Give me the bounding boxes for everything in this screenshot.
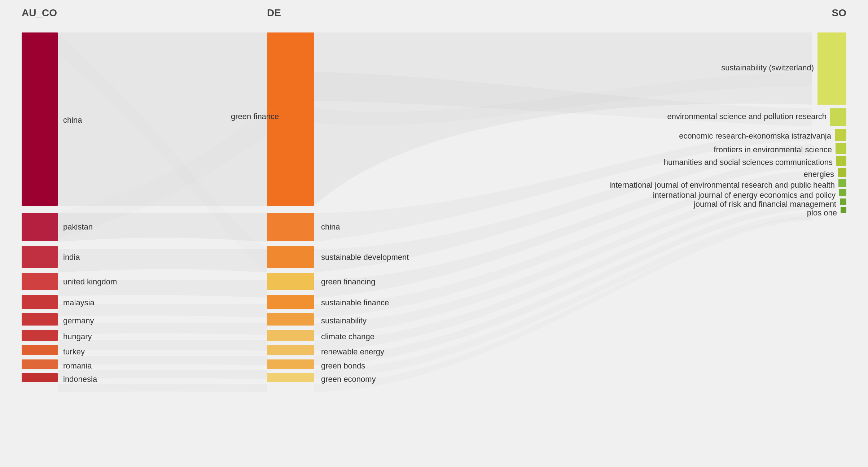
label-de-green-bonds: green bonds (321, 361, 365, 371)
label-de-sustainable-finance: sustainable finance (321, 298, 389, 307)
bar-de-sustainability (267, 313, 314, 326)
label-de-green-economy: green economy (321, 375, 376, 384)
label-de-green-finance: green finance (231, 112, 279, 121)
bar-au-indonesia (22, 373, 58, 382)
bar-au-romania (22, 359, 58, 369)
label-so-ijeep: international journal of energy economic… (653, 191, 836, 200)
bar-au-india (22, 246, 58, 268)
label-au-romania: romania (63, 361, 92, 371)
bar-de-renewable-energy (267, 345, 314, 355)
label-de-china: china (321, 222, 340, 232)
bar-so-sustainability-ch (817, 32, 846, 105)
bar-de-sustainable-finance (267, 295, 314, 309)
label-so-plos: plos one (807, 208, 837, 218)
bar-au-uk (22, 273, 58, 290)
label-au-malaysia: malaysia (63, 298, 95, 307)
label-de-sustainability: sustainability (321, 316, 367, 326)
bar-so-econ-research (835, 129, 846, 141)
label-au-hungary: hungary (63, 332, 92, 341)
label-au-china: china (63, 115, 82, 125)
header-au-co: AU_CO (22, 7, 57, 19)
bar-au-turkey (22, 345, 58, 355)
label-de-climate-change: climate change (321, 332, 374, 341)
bar-de-climate-change (267, 330, 314, 341)
bar-au-hungary (22, 330, 58, 341)
bar-de-china (267, 213, 314, 241)
label-au-indonesia: indonesia (63, 375, 97, 384)
bar-de-sustainable-dev (267, 246, 314, 268)
bar-au-china (22, 32, 58, 206)
label-au-germany: germany (63, 316, 94, 326)
bar-au-pakistan (22, 213, 58, 241)
label-au-turkey: turkey (63, 347, 85, 357)
label-de-green-financing: green financing (321, 277, 375, 287)
label-au-india: india (63, 253, 80, 262)
label-de-sustainable-dev: sustainable development (321, 253, 409, 262)
bar-so-env-sci (830, 108, 846, 126)
label-au-pakistan: pakistan (63, 222, 93, 232)
bar-so-plos (841, 207, 846, 213)
label-so-econ-research: economic research-ekonomska istrazivanja (679, 131, 831, 141)
bar-de-green-economy (267, 373, 314, 382)
label-so-energies: energies (804, 170, 834, 179)
bar-de-green-financing (267, 273, 314, 290)
label-so-humanities: humanities and social sciences communica… (664, 158, 833, 167)
bar-so-jrfm (840, 198, 846, 205)
bar-so-frontiers (836, 143, 846, 154)
label-so-frontiers: frontiers in environmental science (714, 145, 832, 154)
bar-so-ijerph (838, 179, 846, 187)
bar-au-germany (22, 313, 58, 326)
bar-de-green-bonds (267, 359, 314, 369)
header-so: SO (832, 7, 846, 19)
label-de-renewable-energy: renewable energy (321, 347, 384, 357)
bar-so-humanities (836, 156, 846, 166)
label-au-uk: united kingdom (63, 277, 117, 287)
bar-so-energies (838, 168, 846, 177)
bar-au-malaysia (22, 295, 58, 309)
label-so-jrfm: journal of risk and financial management (694, 200, 836, 209)
header-de: DE (267, 7, 281, 19)
bar-so-ijeep (839, 189, 846, 196)
label-so-env-sci: environmental science and pollution rese… (667, 112, 827, 121)
label-so-ijerph: international journal of environmental r… (609, 180, 835, 190)
label-so-sustainability-ch: sustainability (switzerland) (721, 63, 814, 73)
sankey-chart: AU_CO DE SO (0, 0, 868, 467)
